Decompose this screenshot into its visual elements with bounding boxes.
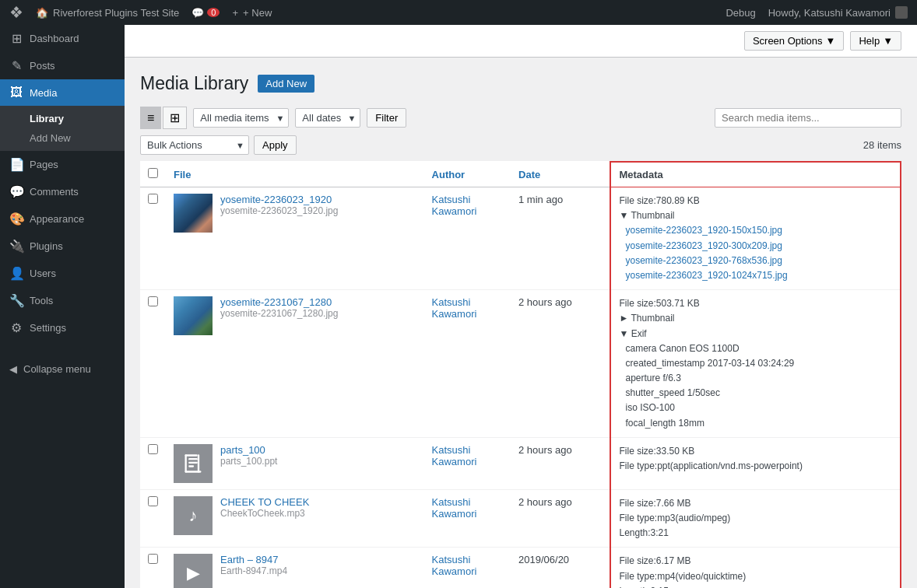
filter-date-select[interactable]: All dates [295, 108, 360, 128]
col-author-header[interactable]: Author [424, 162, 511, 187]
select-all-checkbox[interactable] [148, 168, 158, 178]
add-new-button[interactable]: Add New [258, 75, 314, 93]
row-checkbox[interactable] [148, 296, 158, 306]
page-title: Media Library [140, 73, 248, 94]
file-filename: Earth-8947.mp4 [220, 565, 287, 576]
file-name-link[interactable]: yosemite-2231067_1280 [220, 296, 338, 308]
list-view-btn[interactable]: ≡ [140, 107, 161, 129]
sidebar-item-media[interactable]: 🖼 Media [0, 79, 125, 106]
author-cell[interactable]: KatsushiKawamori [424, 437, 511, 489]
table-row: ▶ Earth – 8947 Earth-8947.mp4 KatsushiKa… [140, 548, 901, 588]
sidebar-item-appearance[interactable]: 🎨 Appearance [0, 205, 125, 233]
site-name[interactable]: 🏠 Riverforest Plugins Test Site [36, 7, 179, 19]
date-cell: 1 min ago [511, 187, 610, 290]
file-name-link[interactable]: CHEEK TO CHEEK [220, 496, 309, 508]
svg-rect-4 [188, 458, 198, 460]
sidebar-submenu-media: Library Add New [0, 106, 125, 151]
settings-icon: ⚙ [9, 320, 23, 335]
row-checkbox[interactable] [148, 444, 158, 454]
author-cell[interactable]: KatsushiKawamori [424, 489, 511, 548]
media-icon: 🖼 [9, 86, 23, 100]
filter-media-select[interactable]: All media items [193, 108, 289, 128]
wp-logo-icon: ❖ [9, 3, 23, 22]
users-icon: 👤 [9, 266, 23, 281]
row-checkbox[interactable] [148, 194, 158, 204]
debug-link[interactable]: Debug [726, 7, 755, 19]
author-cell[interactable]: KatsushiKawamori [424, 548, 511, 588]
tools-icon: 🔧 [9, 293, 23, 308]
table-row: yosemite-2231067_1280 yosemite-2231067_1… [140, 290, 901, 438]
collapse-icon: ◀ [9, 363, 17, 375]
home-icon: 🏠 [36, 7, 48, 19]
comments-icon-bar[interactable]: 💬 0 [191, 7, 220, 19]
author-cell[interactable]: KatsushiKawamori [424, 290, 511, 438]
row-checkbox[interactable] [148, 496, 158, 506]
col-metadata-header: Metadata [610, 162, 901, 187]
sidebar-item-add-new[interactable]: Add New [30, 128, 125, 148]
appearance-icon: 🎨 [9, 212, 23, 226]
metadata-cell: File size:780.89 KB ▼ Thumbnail yosemite… [610, 187, 901, 290]
sidebar-item-library[interactable]: Library [30, 109, 125, 128]
file-filename: yosemite-2231067_1280.jpg [220, 308, 338, 319]
sidebar-item-pages[interactable]: 📄 Pages [0, 151, 125, 178]
file-name-link[interactable]: Earth – 8947 [220, 554, 287, 565]
dashboard-icon: ⊞ [9, 31, 23, 46]
date-cell: 2 hours ago [511, 437, 610, 489]
svg-rect-0 [185, 454, 198, 456]
new-content-btn[interactable]: + + New [232, 7, 272, 19]
sidebar-item-dashboard[interactable]: ⊞ Dashboard [0, 25, 125, 52]
pages-icon: 📄 [9, 157, 23, 172]
sidebar-item-settings[interactable]: ⚙ Settings [0, 314, 125, 341]
help-arrow-icon: ▼ [883, 35, 893, 47]
author-cell[interactable]: KatsushiKawamori [424, 187, 511, 290]
svg-rect-1 [185, 454, 187, 472]
metadata-cell: File size:33.50 KB File type:ppt(applica… [610, 437, 901, 489]
posts-icon: ✎ [9, 58, 23, 73]
help-btn[interactable]: Help ▼ [850, 31, 901, 51]
bulk-actions-select[interactable]: Bulk Actions [140, 135, 249, 155]
date-cell: 2019/06/20 [511, 548, 610, 588]
screen-options-btn[interactable]: Screen Options ▼ [744, 31, 844, 51]
date-cell: 2 hours ago [511, 489, 610, 548]
file-filename: parts_100.ppt [220, 456, 277, 467]
file-name-link[interactable]: yosemite-2236023_1920 [220, 194, 338, 205]
filter-btn[interactable]: Filter [367, 108, 406, 128]
metadata-cell: File size:7.66 MB File type:mp3(audio/mp… [610, 489, 901, 548]
col-date-header[interactable]: Date [511, 162, 610, 187]
col-file-header[interactable]: File [166, 162, 424, 187]
user-avatar [895, 6, 908, 19]
row-checkbox[interactable] [148, 554, 158, 564]
svg-rect-6 [188, 465, 194, 467]
collapse-menu-btn[interactable]: ◀ Collapse menu [0, 357, 125, 381]
metadata-cell: File size:503.71 KB ► Thumbnail ▼ Exif c… [610, 290, 901, 438]
file-filename: yosemite-2236023_1920.jpg [220, 205, 338, 216]
date-cell: 2 hours ago [511, 290, 610, 438]
file-filename: CheekToCheek.mp3 [220, 508, 309, 519]
table-row: yosemite-2236023_1920 yosemite-2236023_1… [140, 187, 901, 290]
screen-options-arrow-icon: ▼ [826, 35, 836, 47]
apply-btn[interactable]: Apply [254, 135, 297, 155]
sidebar-item-users[interactable]: 👤 Users [0, 260, 125, 287]
grid-view-btn[interactable]: ⊞ [163, 107, 187, 129]
svg-rect-3 [198, 454, 199, 472]
plugins-icon: 🔌 [9, 239, 23, 254]
comments-icon: 💬 [9, 184, 23, 199]
metadata-cell: File size:6.17 MB File type:mp4(video/qu… [610, 548, 901, 588]
file-name-link[interactable]: parts_100 [220, 444, 277, 456]
howdy-user[interactable]: Howdy, Katsushi Kawamori [768, 6, 908, 19]
table-row: parts_100 parts_100.ppt KatsushiKawamori… [140, 437, 901, 489]
items-count: 28 items [863, 139, 901, 151]
search-input[interactable] [715, 108, 901, 128]
table-row: ♪ CHEEK TO CHEEK CheekToCheek.mp3 Katsus… [140, 489, 901, 548]
sidebar-item-posts[interactable]: ✎ Posts [0, 52, 125, 79]
sidebar-item-tools[interactable]: 🔧 Tools [0, 287, 125, 314]
svg-rect-5 [188, 461, 198, 463]
sidebar-item-comments[interactable]: 💬 Comments [0, 178, 125, 205]
sidebar-item-plugins[interactable]: 🔌 Plugins [0, 233, 125, 260]
